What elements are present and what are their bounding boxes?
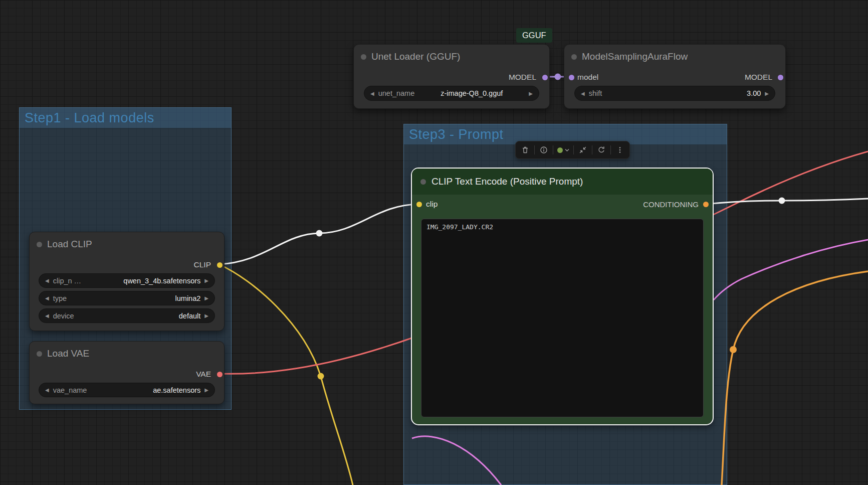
output-dot-conditioning[interactable] (703, 202, 709, 207)
toolbar-separator (592, 145, 592, 154)
node-title: Load VAE (47, 348, 89, 359)
output-slot-label-conditioning: CONDITIONING (643, 200, 699, 209)
reroute-dot-purple[interactable] (555, 74, 561, 80)
widget-value[interactable]: z-image-Q8_0.gguf (441, 89, 503, 97)
reroute-dot-white-left[interactable] (316, 230, 323, 237)
slot-row: CLIP (30, 258, 224, 271)
slot-row: model MODEL (564, 71, 785, 84)
widget-value[interactable]: 3.00 (747, 89, 761, 97)
increment-arrow[interactable]: ▶ (204, 387, 208, 393)
output-dot-model[interactable] (542, 75, 548, 80)
trash-icon (521, 146, 529, 154)
widget-clip-name[interactable]: ◀ clip_n … qwen_3_4b.safetensors ▶ (39, 273, 215, 288)
collapse-dot[interactable] (571, 54, 577, 60)
toolbar-separator (610, 145, 611, 154)
node-load-clip-header[interactable]: Load CLIP (30, 232, 224, 250)
node-title: Load CLIP (47, 239, 92, 250)
input-slot-label-clip: clip (426, 200, 438, 209)
decrement-arrow[interactable]: ◀ (581, 91, 585, 96)
widget-label: shift (589, 89, 602, 97)
input-dot-model[interactable] (569, 75, 574, 80)
decrement-arrow[interactable]: ◀ (45, 313, 49, 318)
more-options-button[interactable] (615, 145, 625, 155)
group-step1-title-bar[interactable]: Step1 - Load models (20, 108, 231, 128)
collapse-button[interactable] (578, 145, 588, 155)
toolbar-separator (573, 145, 574, 154)
wire-clip-to-encode[interactable] (219, 204, 419, 264)
node-clip-text-encode-header[interactable]: CLIP Text Encode (Positive Prompt) (412, 169, 713, 195)
toolbar-separator (534, 145, 535, 154)
widget-shift[interactable]: ◀ shift 3.00 ▶ (574, 86, 775, 101)
widget-label: clip_n … (53, 277, 81, 285)
output-slot-label-model: MODEL (509, 73, 536, 82)
output-dot-vae[interactable] (217, 372, 223, 377)
reroute-dot-orange[interactable] (730, 346, 737, 353)
node-model-sampling-header[interactable]: ModelSamplingAuraFlow (564, 45, 785, 62)
info-icon (540, 146, 548, 154)
node-title: ModelSamplingAuraFlow (582, 51, 688, 62)
wire-conditioning[interactable] (706, 199, 868, 204)
slot-row: VAE (30, 368, 224, 381)
chevron-down-icon (565, 148, 569, 152)
widget-value[interactable]: qwen_3_4b.safetensors (123, 277, 200, 285)
widget-label: type (53, 294, 67, 302)
widget-label: unet_name (378, 89, 415, 97)
wire-pink-right[interactable] (714, 240, 868, 300)
widget-type[interactable]: ◀ type lumina2 ▶ (39, 291, 215, 305)
redo-icon (597, 146, 605, 154)
group-step1-title: Step1 - Load models (25, 110, 154, 126)
node-clip-text-encode[interactable]: CLIP Text Encode (Positive Prompt) clip … (412, 169, 713, 424)
widget-value[interactable]: lumina2 (175, 294, 201, 302)
widget-label: device (53, 312, 74, 320)
node-load-vae-header[interactable]: Load VAE (30, 342, 224, 359)
decrement-arrow[interactable]: ◀ (45, 278, 49, 283)
node-model-sampling-auraflow[interactable]: ModelSamplingAuraFlow model MODEL ◀ shif… (564, 44, 786, 109)
selection-toolbar[interactable] (515, 141, 630, 159)
decrement-arrow[interactable]: ◀ (45, 295, 49, 301)
wire-orange[interactable] (722, 271, 868, 485)
group-step3-title: Step3 - Prompt (409, 127, 504, 142)
collapse-dot[interactable] (37, 351, 42, 357)
increment-arrow[interactable]: ▶ (204, 295, 208, 301)
input-dot-clip[interactable] (416, 202, 422, 207)
info-button[interactable] (539, 145, 549, 155)
widget-value[interactable]: default (179, 312, 201, 320)
increment-arrow[interactable]: ▶ (204, 278, 208, 283)
more-icon (616, 146, 624, 154)
node-unet-loader[interactable]: Unet Loader (GGUF) MODEL ◀ unet_name z-i… (353, 44, 550, 109)
decrement-arrow[interactable]: ◀ (370, 91, 374, 96)
prompt-textarea[interactable]: IMG_2097_LADY.CR2 (421, 219, 704, 417)
widget-vae-name[interactable]: ◀ vae_name ae.safetensors ▶ (39, 383, 215, 397)
collapse-dot[interactable] (361, 54, 366, 60)
delete-button[interactable] (520, 145, 530, 155)
wire-clip-down[interactable] (219, 264, 353, 485)
collapse-dot[interactable] (420, 179, 426, 185)
node-load-vae[interactable]: Load VAE VAE ◀ vae_name ae.safetensors ▶ (29, 341, 225, 404)
node-title: Unet Loader (GGUF) (371, 51, 460, 62)
collapse-icon (579, 146, 587, 154)
node-unet-loader-header[interactable]: Unet Loader (GGUF) (354, 45, 549, 62)
output-slot-label-clip: CLIP (194, 260, 211, 269)
output-dot-model[interactable] (778, 75, 783, 80)
increment-arrow[interactable]: ▶ (765, 91, 769, 96)
widget-unet-name[interactable]: ◀ unet_name z-image-Q8_0.gguf ▶ (364, 86, 539, 101)
rerun-button[interactable] (596, 145, 606, 155)
reroute-dot-white-right[interactable] (779, 198, 785, 204)
collapse-dot[interactable] (37, 242, 42, 247)
node-title: CLIP Text Encode (Positive Prompt) (431, 176, 583, 187)
color-picker-button[interactable] (557, 147, 569, 153)
output-slot-label-vae: VAE (196, 370, 211, 379)
gguf-badge-label: GGUF (522, 31, 546, 40)
increment-arrow[interactable]: ▶ (204, 313, 208, 318)
reroute-dot-yellow[interactable] (318, 373, 324, 380)
input-slot-label-model: model (577, 73, 598, 82)
slot-row: clip CONDITIONING (412, 195, 713, 214)
widget-label: vae_name (53, 386, 87, 394)
widget-value[interactable]: ae.safetensors (153, 386, 200, 394)
decrement-arrow[interactable]: ◀ (45, 387, 49, 393)
widget-device[interactable]: ◀ device default ▶ (39, 308, 215, 323)
output-dot-clip[interactable] (217, 262, 223, 268)
increment-arrow[interactable]: ▶ (529, 91, 533, 96)
node-load-clip[interactable]: Load CLIP CLIP ◀ clip_n … qwen_3_4b.safe… (29, 232, 225, 331)
slot-row: MODEL (354, 71, 549, 84)
